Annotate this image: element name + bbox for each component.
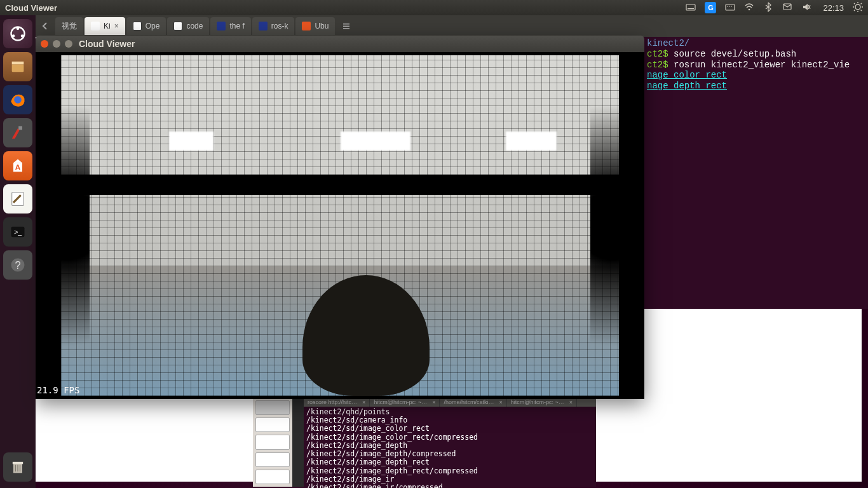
browser-tab[interactable]: the f (210, 17, 250, 35)
tab-label: code (186, 22, 203, 30)
svg-point-12 (17, 27, 20, 30)
files-app-icon[interactable] (3, 52, 32, 81)
topic-item: /kinect2/sd/image_color_rect/compressed (306, 433, 593, 442)
topic-item: /kinect2/sd/image_ir/compressed (306, 484, 593, 488)
topic-item: /kinect2/sd/image_depth_rect/compressed (306, 467, 593, 475)
embedded-launcher-column (253, 398, 292, 487)
help-app-icon[interactable]: ? (3, 250, 32, 280)
favicon-icon (133, 22, 142, 30)
scene-person-silhouette (302, 275, 430, 396)
embedded-tab: /home/hitcm/catki…× (440, 398, 506, 407)
embedded-terminal-tabs: roscore http://hitc…× hitcm@hitcm-pc: ~…… (304, 398, 596, 407)
svg-rect-2 (726, 4, 735, 10)
scene-light (506, 132, 557, 151)
favicon-icon (217, 22, 226, 30)
session-gear-icon[interactable] (853, 2, 863, 14)
tab-label: Ubu (315, 22, 329, 30)
favicon-icon (91, 22, 100, 30)
terminal-body[interactable]: kinect2/ ct2$ source devel/setup.bash ct… (643, 36, 868, 309)
top-menu-bar: Cloud Viewer G 22:13 (0, 0, 868, 15)
article-item[interactable]: 3. ROS实时采集Android的图像和IMU数据(26) (46, 428, 243, 440)
clock[interactable]: 22:13 (823, 3, 844, 13)
messaging-icon[interactable] (782, 2, 792, 14)
point-cloud-scene (61, 55, 619, 396)
article-list: 程(58) 2. 谷歌Cartographer学习（1）-快速安装测试(54) … (46, 399, 243, 456)
topic-item: /kinect2/sd/image_depth_rect (306, 458, 593, 466)
fps-counter: 21.9 FPS (37, 385, 79, 395)
window-minimize-icon[interactable] (53, 40, 60, 48)
svg-rect-19 (18, 126, 22, 130)
browser-tab[interactable]: Ubu (295, 17, 335, 35)
svg-point-6 (749, 8, 750, 10)
embedded-tab: hitcm@hitcm-pc: ~…× (507, 398, 577, 407)
system-settings-icon[interactable] (3, 118, 32, 147)
svg-rect-28 (13, 462, 23, 464)
browser-more-button[interactable] (337, 17, 356, 36)
browser-tab[interactable]: ros-k (252, 17, 295, 35)
favicon-icon (259, 22, 268, 30)
browser-tab-strip: 视觉 Ki × Ope code the f ros-k Ubu (36, 15, 868, 37)
embedded-screenshot: roscore http://hitc…× hitcm@hitcm-pc: ~…… (253, 398, 596, 487)
window-maximize-icon[interactable] (65, 40, 72, 48)
thumb-icon (255, 452, 290, 467)
article-item[interactable]: 2. 谷歌Cartographer学习（1）-快速安装测试(54) (46, 414, 243, 426)
tab-label: the f (229, 22, 244, 30)
svg-point-13 (12, 34, 15, 37)
svg-rect-33 (343, 26, 349, 27)
point-cloud-viewport[interactable]: 21.9 FPS (36, 52, 644, 399)
embedded-tab: hitcm@hitcm-pc: ~…× (370, 398, 440, 407)
svg-point-14 (21, 34, 24, 37)
firefox-icon[interactable] (3, 85, 32, 114)
article-item[interactable]: 程(58) (46, 399, 243, 412)
window-close-icon[interactable] (41, 40, 48, 48)
svg-rect-1 (688, 8, 694, 9)
tab-close-icon[interactable]: × (114, 22, 119, 30)
thumb-icon (255, 400, 290, 415)
svg-rect-34 (343, 28, 349, 29)
svg-text:?: ? (15, 259, 20, 271)
scene-light (341, 132, 410, 151)
bluetooth-icon[interactable] (763, 2, 773, 14)
topic-item: /kinect2/sd/image_color_rect (306, 424, 593, 433)
svg-text:>_: >_ (14, 228, 22, 236)
svg-point-3 (728, 6, 729, 7)
ros-topic-list: /kinect2/qhd/points /kinect2/sd/camera_i… (304, 407, 596, 487)
cloud-viewer-window[interactable]: Cloud Viewer 21.9 FPS (36, 36, 644, 399)
svg-rect-0 (686, 4, 695, 10)
system-tray: G 22:13 (686, 2, 863, 14)
thumb-icon (255, 435, 290, 449)
svg-rect-16 (12, 65, 24, 72)
trash-icon[interactable] (3, 452, 32, 482)
goldendict-icon[interactable]: G (705, 2, 716, 13)
tab-label: ros-k (271, 22, 288, 30)
text-editor-icon[interactable] (3, 184, 32, 214)
ubuntu-software-icon[interactable]: A (3, 151, 32, 180)
browser-tab[interactable]: Ki × (85, 17, 125, 35)
embedded-tab: roscore http://hitc…× (304, 398, 370, 407)
svg-rect-32 (343, 24, 349, 25)
browser-back-button[interactable] (36, 17, 55, 36)
thumb-icon (255, 470, 290, 484)
svg-point-10 (855, 4, 860, 10)
favicon-icon (173, 22, 182, 30)
favicon-icon (302, 22, 311, 30)
svg-point-5 (731, 6, 733, 7)
cloud-viewer-title-bar[interactable]: Cloud Viewer (36, 36, 644, 52)
tab-label: Ope (146, 22, 160, 30)
svg-text:A: A (15, 163, 21, 171)
terminal-app-icon[interactable]: >_ (3, 217, 32, 247)
article-item[interactable]: 4. KinectV1+Ubuntu 14.04安装教程(11) (46, 442, 243, 455)
tab-label: 视觉 (62, 21, 77, 32)
volume-icon[interactable] (801, 2, 811, 14)
browser-tab[interactable]: code (167, 17, 209, 35)
dash-home-icon[interactable] (3, 19, 32, 48)
svg-rect-15 (12, 62, 24, 65)
svg-point-18 (14, 96, 22, 104)
browser-tab[interactable]: 视觉 (55, 17, 83, 35)
unity-launcher: A >_ ? (0, 15, 36, 488)
keyboard-indicator-icon[interactable] (686, 2, 696, 14)
browser-tab[interactable]: Ope (126, 17, 166, 35)
keyboard-layout-icon[interactable] (725, 2, 735, 14)
topic-item: /kinect2/sd/image_ir (306, 475, 593, 484)
network-wifi-icon[interactable] (744, 2, 754, 14)
